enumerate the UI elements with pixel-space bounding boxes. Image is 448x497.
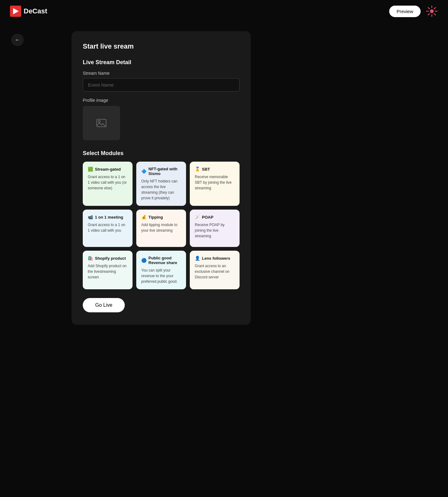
go-live-button[interactable]: Go Live	[83, 298, 125, 312]
svg-line-8	[434, 7, 436, 9]
module-desc: Add Shopify product on the livestreaming…	[88, 263, 128, 280]
module-desc: Grant access to an exclusive channel on …	[195, 263, 235, 280]
poap-icon: 🪄	[195, 215, 200, 220]
logo-icon	[10, 6, 21, 17]
module-poap[interactable]: 🪄 POAP Receive POAP by joining the live …	[190, 210, 240, 247]
logo-text: DeCast	[24, 7, 47, 15]
module-header: 🛍️ Shopify product	[88, 256, 128, 261]
preview-button[interactable]: Preview	[389, 6, 421, 17]
module-name: 1 on 1 meeting	[95, 215, 123, 220]
svg-point-10	[430, 9, 434, 13]
svg-line-6	[428, 7, 430, 9]
module-name: NFT-gated with Sismo	[148, 167, 181, 176]
module-desc: Receive memorable SBT by joining the liv…	[195, 174, 235, 191]
back-arrow-icon: ←	[15, 37, 20, 43]
module-name: Tipping	[148, 215, 163, 220]
module-public-good[interactable]: 🔵 Public good Revenue share You can spli…	[136, 251, 186, 289]
module-header: 🏅 SBT	[195, 167, 235, 172]
1on1-icon: 📹	[88, 215, 93, 220]
sbt-icon: 🏅	[195, 167, 200, 172]
public-good-icon: 🔵	[141, 258, 147, 263]
live-stream-detail-title: Live Stream Detail	[83, 59, 240, 66]
header: DeCast Preview	[0, 0, 448, 22]
tipping-icon: 💰	[141, 215, 147, 220]
ai-icon[interactable]	[426, 5, 438, 17]
module-name: Shopify product	[95, 256, 126, 261]
module-name: POAP	[202, 215, 213, 220]
header-right: Preview	[389, 5, 438, 17]
module-shopify[interactable]: 🛍️ Shopify product Add Shopify product o…	[83, 251, 133, 289]
module-tipping[interactable]: 💰 Tipping Add tipping module to your liv…	[136, 210, 186, 247]
module-desc: You can split your revenue to the your p…	[141, 267, 181, 284]
module-name: Public good Revenue share	[148, 256, 181, 265]
module-header: 🟩 Stream-gated	[88, 167, 128, 172]
module-header: 👤 Lens followers	[195, 256, 235, 261]
shopify-icon: 🛍️	[88, 256, 93, 261]
profile-image-label: Profile image	[83, 98, 240, 103]
module-header: 📹 1 on 1 meeting	[88, 215, 128, 220]
module-header: 🔵 Public good Revenue share	[141, 256, 181, 265]
module-lens-followers[interactable]: 👤 Lens followers Grant access to an excl…	[190, 251, 240, 289]
image-placeholder-icon	[96, 117, 107, 129]
module-desc: Grant access to a 1 on 1 video call with…	[88, 222, 128, 233]
module-stream-gated[interactable]: 🟩 Stream-gated Grant access to a 1 on 1 …	[83, 162, 133, 206]
module-desc: Only NFT holders can access the live str…	[141, 178, 181, 201]
module-desc: Add tipping module to your live streamin…	[141, 222, 181, 233]
svg-line-9	[428, 14, 430, 15]
module-name: SBT	[202, 167, 210, 172]
module-desc: Grant access to a 1 on 1 video call with…	[88, 174, 128, 191]
svg-point-12	[98, 121, 100, 122]
nft-gated-icon: 🔷	[141, 169, 147, 174]
module-sbt[interactable]: 🏅 SBT Receive memorable SBT by joining t…	[190, 162, 240, 206]
logo: DeCast	[10, 6, 47, 17]
back-button[interactable]: ←	[11, 34, 24, 46]
module-name: Lens followers	[202, 256, 230, 261]
modules-grid: 🟩 Stream-gated Grant access to a 1 on 1 …	[83, 162, 240, 289]
page-title: Start live sream	[83, 42, 240, 50]
stream-name-label: Stream Name	[83, 71, 240, 76]
module-nft-gated[interactable]: 🔷 NFT-gated with Sismo Only NFT holders …	[136, 162, 186, 206]
module-1on1-meeting[interactable]: 📹 1 on 1 meeting Grant access to a 1 on …	[83, 210, 133, 247]
stream-gated-icon: 🟩	[88, 167, 93, 172]
select-modules-title: Select Modules	[83, 150, 240, 157]
module-header: 🪄 POAP	[195, 215, 235, 220]
svg-line-7	[434, 14, 436, 15]
stream-name-input[interactable]	[83, 78, 240, 92]
module-header: 🔷 NFT-gated with Sismo	[141, 167, 181, 176]
module-desc: Receive POAP by joining the live streami…	[195, 222, 235, 239]
module-name: Stream-gated	[95, 167, 121, 172]
lens-icon: 👤	[195, 256, 200, 261]
main-card: Start live sream Live Stream Detail Stre…	[72, 31, 251, 325]
module-header: 💰 Tipping	[141, 215, 181, 220]
profile-image-upload[interactable]	[83, 106, 120, 140]
